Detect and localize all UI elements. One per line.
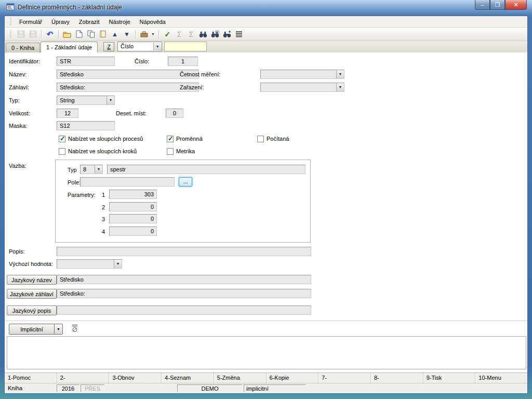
title-bar[interactable]: Definice proměnných - základní údaje – ❐… xyxy=(0,0,532,16)
sum-filter-icon[interactable]: Σ xyxy=(186,29,196,39)
checkbox-metrika-label: Metrika xyxy=(176,148,195,154)
tab-zakladni-udaje-label: 1 - Základní údaje xyxy=(46,44,92,50)
fkey-6[interactable]: 6-Kopie xyxy=(267,373,319,383)
chevron-down-icon[interactable]: ▼ xyxy=(336,83,344,91)
minimize-button[interactable]: – xyxy=(475,0,490,10)
maska-field[interactable]: S12 xyxy=(57,121,115,130)
menu-napoveda[interactable]: Nápověda xyxy=(136,17,170,26)
jazykove-zahlavi-button[interactable]: Jazykové záhlaví xyxy=(7,289,57,299)
tools-dropdown-icon[interactable]: ▼ xyxy=(151,32,155,36)
quick-search-field[interactable] xyxy=(164,42,207,51)
z-button[interactable]: Z xyxy=(103,42,114,51)
fkey-2[interactable]: 2- xyxy=(57,373,110,383)
param-1-field[interactable]: 303 xyxy=(109,190,157,199)
cetnost-mereni-combo[interactable]: ▼ xyxy=(260,70,344,79)
checkbox-pocitana[interactable] xyxy=(257,136,264,142)
tools-icon[interactable] xyxy=(139,29,149,39)
zarazeni-label: Zařazení: xyxy=(180,84,204,90)
checkbox-metrika[interactable] xyxy=(167,148,174,155)
parametry-label: Parametry: xyxy=(68,192,96,198)
typ-combo[interactable]: String ▼ xyxy=(57,96,115,105)
typ-value: String xyxy=(60,97,75,103)
sum-icon[interactable]: Σ xyxy=(174,29,184,39)
new-document-icon[interactable] xyxy=(74,29,84,39)
zahlavi-field[interactable]: Středisko: xyxy=(57,83,199,92)
chevron-down-icon[interactable]: ▼ xyxy=(114,260,122,268)
chevron-down-icon[interactable]: ▼ xyxy=(95,165,102,174)
save-all-icon[interactable] xyxy=(28,29,38,39)
jazykovy-nazev-button[interactable]: Jazykový název xyxy=(7,275,57,285)
jazykovy-popis-button[interactable]: Jazykový popis xyxy=(7,305,57,315)
cislo-field[interactable]: 1 xyxy=(168,57,198,66)
jazykovy-nazev-field[interactable]: Středisko xyxy=(57,275,311,284)
save-icon[interactable] xyxy=(16,29,26,39)
chevron-down-icon[interactable]: ▼ xyxy=(107,96,114,104)
fkey-1[interactable]: 1-Pomoc xyxy=(5,373,57,383)
menu-upravy[interactable]: Úpravy xyxy=(47,17,74,26)
implicitni-dropdown-icon[interactable]: ▼ xyxy=(54,324,63,335)
maximize-icon: ❐ xyxy=(495,2,500,8)
fkey-10[interactable]: 10-Menu xyxy=(475,373,527,383)
pole-field[interactable] xyxy=(80,177,175,187)
average-icon xyxy=(71,324,78,334)
z-button-label: Z xyxy=(107,44,111,50)
param-2-field[interactable]: 0 xyxy=(109,202,157,211)
chevron-down-icon[interactable]: ▼ xyxy=(336,70,344,78)
jazykovy-popis-field[interactable] xyxy=(57,305,311,315)
popis-field[interactable] xyxy=(57,247,311,256)
fkey-7[interactable]: 7- xyxy=(318,373,371,383)
close-button[interactable]: ✕ xyxy=(505,0,527,10)
implicitni-split-button[interactable]: Implicitní ▼ xyxy=(9,324,63,335)
open-folder-icon[interactable] xyxy=(62,29,72,39)
fkey-5[interactable]: 5-Změna xyxy=(214,373,267,383)
param-3-field[interactable]: 0 xyxy=(109,214,157,223)
tab-zakladni-udaje[interactable]: 1 - Základní údaje xyxy=(41,42,98,52)
fkey-9[interactable]: 9-Tisk xyxy=(423,373,476,383)
vazba-text-field[interactable]: spestr xyxy=(107,165,305,174)
list-icon[interactable] xyxy=(234,29,244,39)
status-filler xyxy=(307,383,527,393)
maximize-button[interactable]: ❐ xyxy=(490,0,505,10)
vazba-typ-label: Typ xyxy=(68,167,77,173)
param-3-index: 3 xyxy=(102,216,105,222)
undo-icon[interactable]: ↶ xyxy=(45,29,55,39)
chevron-down-icon[interactable]: ▼ xyxy=(153,43,161,50)
zarazeni-combo[interactable]: ▼ xyxy=(260,83,344,92)
copy-icon[interactable] xyxy=(86,29,96,39)
implicitni-button[interactable]: Implicitní xyxy=(9,324,54,335)
param-4-field[interactable]: 0 xyxy=(109,227,157,236)
fkey-8[interactable]: 8- xyxy=(371,373,423,383)
notebook-icon[interactable] xyxy=(98,29,108,39)
move-down-icon[interactable]: ▼ xyxy=(122,29,132,39)
checkbox-nabizet-procesu[interactable] xyxy=(59,136,65,142)
notes-area[interactable] xyxy=(7,336,526,369)
fkey-3[interactable]: 3-Obnov xyxy=(109,373,162,383)
menu-formular[interactable]: Formulář xyxy=(15,17,46,26)
popis-label: Popis: xyxy=(9,248,25,255)
vazba-typ-combo[interactable]: 8 ▼ xyxy=(80,165,103,174)
pole-label: Pole: xyxy=(68,179,81,185)
type-filter-combo[interactable]: Číslo ▼ xyxy=(117,42,162,51)
checkbox-promenna[interactable] xyxy=(167,136,174,142)
deset-mist-field[interactable]: 0 xyxy=(166,109,183,118)
tab-kniha-label: 0 - Kniha xyxy=(11,45,34,51)
find-next-icon[interactable] xyxy=(222,29,232,39)
tab-strip: 0 - Kniha 1 - Základní údaje Z Číslo ▼ xyxy=(5,41,527,52)
jazykove-zahlavi-field[interactable]: Středisko: xyxy=(57,289,311,298)
fkey-4[interactable]: 4-Seznam xyxy=(162,373,214,383)
nazev-field[interactable]: Středisko xyxy=(57,70,199,79)
velikost-field[interactable]: 12 xyxy=(57,109,78,118)
find-in-document-icon[interactable] xyxy=(210,29,220,39)
confirm-icon[interactable]: ✓ xyxy=(162,29,172,39)
menu-zobrazit[interactable]: Zobrazit xyxy=(75,17,104,26)
identifikator-field[interactable]: STR xyxy=(57,57,115,66)
tab-kniha[interactable]: 0 - Kniha xyxy=(6,43,40,52)
move-up-icon[interactable]: ▲ xyxy=(110,29,120,39)
vychozi-hodnota-combo[interactable]: ▼ xyxy=(57,259,122,269)
browse-button[interactable]: ... xyxy=(179,177,192,187)
find-icon[interactable] xyxy=(198,29,208,39)
checkbox-nabizet-kroku[interactable] xyxy=(59,148,65,155)
menu-nastroje[interactable]: Nástroje xyxy=(105,17,135,26)
separator-line xyxy=(5,321,527,321)
status-spacer xyxy=(105,383,177,393)
